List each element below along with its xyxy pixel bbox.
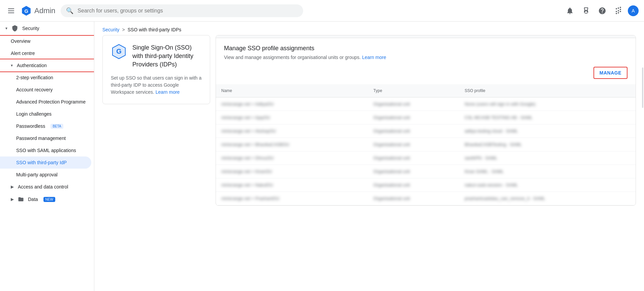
- table-cell-sso: santhPN - SAML: [459, 151, 636, 165]
- logo-wrap: G Admin: [21, 5, 55, 16]
- expand-arrow-data: ▶: [11, 197, 14, 202]
- manage-actions: MANAGE: [216, 64, 636, 84]
- notification-bell-icon[interactable]: [563, 4, 577, 18]
- sidebar-item-access-data[interactable]: ▶ Access and data control: [0, 181, 91, 193]
- sso-assignments-table: Name Type SSO profile miniorange.net + A…: [216, 84, 636, 205]
- panel-description: Set up SSO so that users can sign in wit…: [111, 75, 202, 96]
- panel-learn-more-link[interactable]: Learn more: [156, 89, 180, 95]
- sidebar-alert-label: Alert centre: [11, 51, 35, 56]
- right-panel-top-bar: [216, 35, 636, 38]
- table-cell-type: Organisational unit: [368, 151, 459, 165]
- table-cell-type: Organisational unit: [368, 192, 459, 205]
- topbar: G Admin 🔍 A: [0, 0, 644, 22]
- sidebar-item-password-management[interactable]: Password management: [0, 132, 91, 144]
- sidebar-item-2step[interactable]: 2-step verification: [0, 71, 91, 84]
- topbar-right: A: [563, 4, 639, 18]
- avatar[interactable]: A: [628, 5, 639, 16]
- panel-title: Single Sign-On (SSO) with third-party Id…: [132, 43, 202, 69]
- sidebar-access-data-label: Access and data control: [18, 184, 68, 190]
- table-cell-name: miniorange.net + NakulOU: [216, 178, 368, 192]
- manage-button[interactable]: MANAGE: [593, 67, 627, 79]
- sidebar-multi-party-label: Multi-party approval: [16, 172, 58, 177]
- sidebar-passwordless-label: Passwordless: [16, 123, 45, 129]
- table-cell-type: Organisational unit: [368, 165, 459, 178]
- table-cell-sso: nakul-casb-session - SAML: [459, 178, 636, 192]
- col-type: Type: [368, 84, 459, 97]
- apps-icon[interactable]: [612, 4, 625, 18]
- manage-title: Manage SSO profile assignments: [224, 45, 627, 52]
- table-cell-sso: aditya testing cloud - SAML: [459, 124, 636, 138]
- breadcrumb: Security > SSO with third-party IDPs: [94, 22, 644, 35]
- new-badge: NEW: [43, 197, 55, 202]
- sidebar-item-multi-party[interactable]: Multi-party approval: [0, 169, 91, 181]
- table-cell-type: Organisational unit: [368, 124, 459, 138]
- table-cell-sso: CSL MCASB TESTING AB - SAML: [459, 111, 636, 124]
- table-cell-sso: Kiran SAML - SAML: [459, 165, 636, 178]
- manage-description: View and manage assignments for organisa…: [224, 55, 627, 60]
- svg-text:G: G: [24, 8, 28, 13]
- right-panel: Manage SSO profile assignments View and …: [216, 35, 636, 206]
- expand-arrow-auth: ▾: [11, 63, 13, 68]
- sidebar-item-security[interactable]: ▾ Security: [0, 22, 94, 35]
- search-input[interactable]: [77, 8, 298, 14]
- sidebar: ▾ Security Overview Alert centre ▾ Authe…: [0, 22, 94, 291]
- col-name: Name: [216, 84, 368, 97]
- folder-icon: [18, 196, 24, 202]
- sidebar-item-sso-third-party[interactable]: SSO with third-party IdP: [0, 156, 91, 169]
- sidebar-item-login-challenges[interactable]: Login challenges: [0, 108, 91, 120]
- left-panel: G Single Sign-On (SSO) with third-party …: [102, 35, 210, 104]
- sso-panel-icon: G: [111, 43, 127, 60]
- sidebar-data-label: Data: [28, 197, 38, 202]
- sidebar-overview-label: Overview: [11, 38, 30, 44]
- help-icon[interactable]: [595, 4, 609, 18]
- hourglass-icon[interactable]: [579, 4, 593, 18]
- sidebar-item-sso-saml[interactable]: SSO with SAML applications: [0, 144, 91, 156]
- table-row: miniorange.net + AdityaOUOrganisational …: [216, 97, 636, 111]
- table-header-row: Name Type SSO profile: [216, 84, 636, 97]
- sidebar-item-account-recovery[interactable]: Account recovery: [0, 84, 91, 96]
- expand-arrow-access: ▶: [11, 184, 14, 189]
- breadcrumb-current: SSO with third-party IDPs: [128, 27, 182, 32]
- table-row: miniorange.net + AkshayOUOrganisational …: [216, 124, 636, 138]
- table-wrap: Name Type SSO profile miniorange.net + A…: [216, 84, 636, 205]
- sidebar-sso-third-party-label: SSO with third-party IdP: [16, 160, 67, 165]
- sidebar-item-advanced-protection[interactable]: Advanced Protection Programme: [0, 96, 91, 108]
- breadcrumb-security-link[interactable]: Security: [102, 27, 120, 32]
- sidebar-password-mgmt-label: Password management: [16, 136, 66, 141]
- table-row: miniorange.net + NakulOUOrganisational u…: [216, 178, 636, 192]
- sidebar-security-label: Security: [22, 26, 39, 31]
- content-area: G Single Sign-On (SSO) with third-party …: [94, 35, 644, 291]
- layout: ▾ Security Overview Alert centre ▾ Authe…: [0, 22, 644, 291]
- google-logo: G: [21, 5, 32, 16]
- panel-header: G Single Sign-On (SSO) with third-party …: [111, 43, 202, 69]
- table-cell-sso: BhavikaCASBTesting - SAML: [459, 138, 636, 151]
- table-cell-name: miniorange.net + AdityaOU: [216, 97, 368, 111]
- sidebar-item-passwordless[interactable]: Passwordless BETA: [0, 120, 91, 132]
- table-cell-name: miniorange.net + AkshayOU: [216, 124, 368, 138]
- table-cell-sso: prashantcasbdau_can_remove_it - SAML: [459, 192, 636, 205]
- sidebar-item-data[interactable]: ▶ Data NEW: [0, 193, 91, 206]
- hamburger-menu[interactable]: [5, 6, 17, 16]
- manage-learn-more-link[interactable]: Learn more: [362, 55, 386, 60]
- search-bar[interactable]: 🔍: [61, 4, 303, 17]
- sidebar-item-alert-centre[interactable]: Alert centre: [0, 47, 91, 59]
- table-row: miniorange.net + KiranOUOrganisational u…: [216, 165, 636, 178]
- sidebar-account-recovery-label: Account recovery: [16, 87, 53, 92]
- table-row: miniorange.net + PrashantOUOrganisationa…: [216, 192, 636, 205]
- beta-badge: BETA: [51, 124, 63, 129]
- topbar-left: G Admin: [5, 5, 55, 16]
- sidebar-auth-label: Authentication: [17, 63, 47, 68]
- table-cell-type: Organisational unit: [368, 97, 459, 111]
- table-cell-type: Organisational unit: [368, 111, 459, 124]
- sidebar-login-challenges-label: Login challenges: [16, 111, 52, 117]
- table-cell-name: miniorange.net + BhavikaCASBOU: [216, 138, 368, 151]
- table-row: miniorange.net + AjayOUOrganisational un…: [216, 111, 636, 124]
- shield-icon: [11, 25, 18, 32]
- sidebar-item-authentication[interactable]: ▾ Authentication: [0, 59, 94, 71]
- table-cell-name: miniorange.net + KiranOU: [216, 165, 368, 178]
- table-cell-sso: None (users will sign in with Google): [459, 97, 636, 111]
- sidebar-item-overview[interactable]: Overview: [0, 35, 91, 47]
- table-cell-name: miniorange.net + PrashantOU: [216, 192, 368, 205]
- table-row: miniorange.net + DhruuOUOrganisational u…: [216, 151, 636, 165]
- breadcrumb-separator: >: [122, 27, 125, 32]
